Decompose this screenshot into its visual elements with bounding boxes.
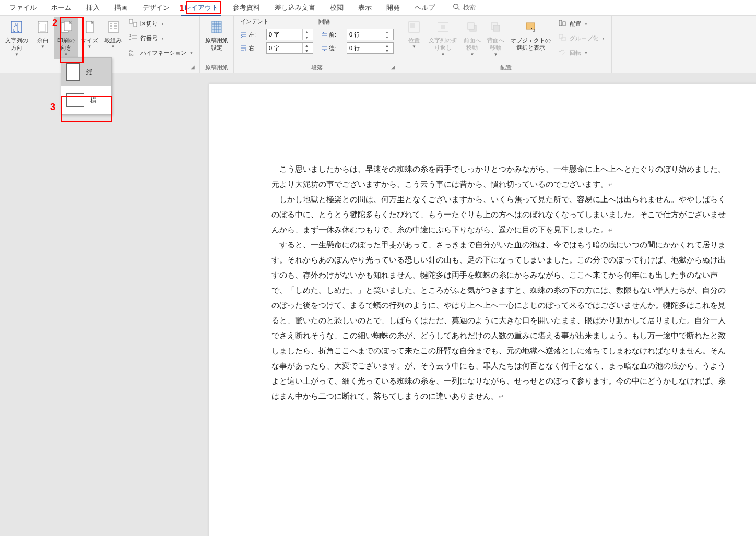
orientation-dropdown: 縦 横 [61,57,112,115]
hyphenation-button[interactable]: a-bc ハイフネーション ▼ [127,47,195,58]
paragraph-dialog-launcher[interactable]: ◢ [389,64,397,72]
indent-left-label: 左: [240,31,264,39]
document-body[interactable]: こう思いましたからは、早速その蜘蛛の糸を両手でしっかりとつかみながら、一生懸命に… [271,162,731,404]
position-button: 位置 ▼ [403,17,426,52]
chevron-down-icon: ▼ [470,52,474,57]
wrap-text-label: 文字列の折 り返し [429,37,457,52]
svg-text:a-: a- [129,49,133,53]
align-icon [558,19,566,28]
columns-label: 段組み [104,37,122,44]
indent-left-spinner[interactable]: ▲▼ [266,29,313,40]
tab-file[interactable]: ファイル [2,0,44,16]
paragraph-3: すると、一生懸命にのぼった甲斐があって、さっきまで自分がいた血の池は、今ではもう… [271,241,726,400]
margins-label: 余白 [37,37,49,44]
indent-right-input[interactable] [267,43,302,53]
send-backward-button: 背面へ 移動 ▼ [484,17,507,59]
tab-view[interactable]: 表示 [351,0,379,16]
annotation-label-1: 1 [179,3,184,14]
spin-up-icon[interactable]: ▲ [383,43,391,48]
group-icon [558,33,566,43]
size-icon [81,19,98,35]
text-direction-icon: A [8,19,25,35]
svg-rect-19 [134,22,137,27]
tab-help[interactable]: ヘルプ [407,0,442,16]
chevron-down-icon: ▼ [493,52,498,57]
chevron-down-icon: ▼ [15,52,19,57]
spin-down-icon[interactable]: ▼ [383,34,391,40]
svg-rect-44 [563,22,565,26]
hyphenation-icon: a-bc [129,48,137,57]
svg-rect-42 [526,23,535,29]
page-setup-dialog-launcher[interactable]: ◢ [189,64,196,72]
send-backward-icon [487,19,504,35]
tab-mailings[interactable]: 差し込み文書 [267,0,323,16]
spacing-before-label: 前: [321,31,345,39]
group-paragraph: インデント 間隔 左: ▲▼ 前: [234,16,400,73]
line-numbers-button[interactable]: 12 行番号 ▼ [127,32,195,44]
group-manuscript: 原稿用紙 設定 原稿用紙 [200,16,234,73]
margins-button[interactable]: 余白 ▼ [31,17,54,52]
annotation-label-2: 2 [52,18,57,29]
manuscript-settings-button[interactable]: 原稿用紙 設定 [202,17,231,54]
hyphenation-label: ハイフネーション [140,49,186,57]
selection-pane-button[interactable]: オブジェクトの 選択と表示 [507,17,554,54]
indent-left-input[interactable] [267,29,302,40]
spin-down-icon[interactable]: ▼ [383,48,391,53]
breaks-button[interactable]: 区切り ▼ [127,18,195,29]
selection-pane-icon [522,19,539,35]
spacing-after-input[interactable] [347,43,383,53]
orientation-icon [58,19,75,35]
ribbon-tabs: ファイル ホーム 挿入 描画 デザイン レイアウト 参考資料 差し込み文書 校閲… [0,0,756,16]
chevron-down-icon: ▼ [584,51,588,55]
svg-line-1 [458,8,460,10]
group-arrange: 位置 ▼ 文字列の折 り返し ▼ 前面へ 移動 ▼ 背面へ 移動 ▼ オブジェク… [400,16,612,73]
spin-up-icon[interactable]: ▲ [303,29,311,34]
spin-up-icon[interactable]: ▲ [383,29,391,34]
align-button[interactable]: 配置 ▼ [556,18,607,29]
text-direction-label: 文字列の 方向 [5,37,28,52]
spin-down-icon[interactable]: ▼ [303,34,311,40]
arrange-group-label: 配置 [403,63,609,73]
spacing-before-input[interactable] [347,29,383,40]
spacing-before-spinner[interactable]: ▲▼ [347,29,394,40]
chevron-down-icon: ▼ [441,52,445,57]
chevron-down-icon: ▼ [161,22,164,26]
spacing-after-label: 後: [321,44,345,52]
chevron-down-icon: ▼ [41,44,45,50]
paragraph-mark: ↵ [608,181,613,188]
tab-developer[interactable]: 開発 [379,0,407,16]
tab-home[interactable]: ホーム [44,0,79,16]
size-button[interactable]: サイズ ▼ [78,17,101,52]
tab-review[interactable]: 校閲 [323,0,351,16]
document-page[interactable]: こう思いましたからは、早速その蜘蛛の糸を両手でしっかりとつかみながら、一生懸命に… [209,84,756,536]
chevron-down-icon: ▼ [584,22,588,26]
line-numbers-label: 行番号 [140,34,158,42]
orientation-button[interactable]: 印刷の 向き ▼ [54,17,78,59]
bring-forward-button: 前面へ 移動 ▼ [460,17,484,59]
indent-right-spinner[interactable]: ▲▼ [266,42,313,54]
position-icon [406,19,422,35]
indent-right-label: 右: [240,44,264,52]
svg-rect-35 [441,25,445,29]
landscape-icon [66,93,84,107]
orientation-landscape-item[interactable]: 横 [61,86,111,114]
group-objects-button: グループ化 ▼ [556,32,607,44]
spin-up-icon[interactable]: ▲ [303,43,311,48]
tab-design[interactable]: デザイン [135,0,177,16]
spacing-after-spinner[interactable]: ▲▼ [347,42,394,54]
svg-text:A: A [14,22,17,28]
orientation-portrait-item[interactable]: 縦 [61,58,111,86]
line-numbers-icon: 12 [129,33,137,43]
spin-down-icon[interactable]: ▼ [303,48,311,53]
svg-rect-45 [559,34,563,38]
tab-draw[interactable]: 描画 [107,0,135,16]
tab-insert[interactable]: 挿入 [79,0,107,16]
text-direction-button[interactable]: A 文字列の 方向 ▼ [2,17,31,59]
chevron-down-icon: ▼ [190,51,193,55]
tab-references[interactable]: 参考資料 [226,0,267,16]
orientation-landscape-label: 横 [90,96,97,105]
ribbon: A 文字列の 方向 ▼ 余白 ▼ 印刷の 向き ▼ [0,16,756,73]
columns-button[interactable]: 段組み ▼ [101,17,125,52]
breaks-label: 区切り [140,20,158,28]
search-box[interactable]: 検索 [453,3,476,12]
